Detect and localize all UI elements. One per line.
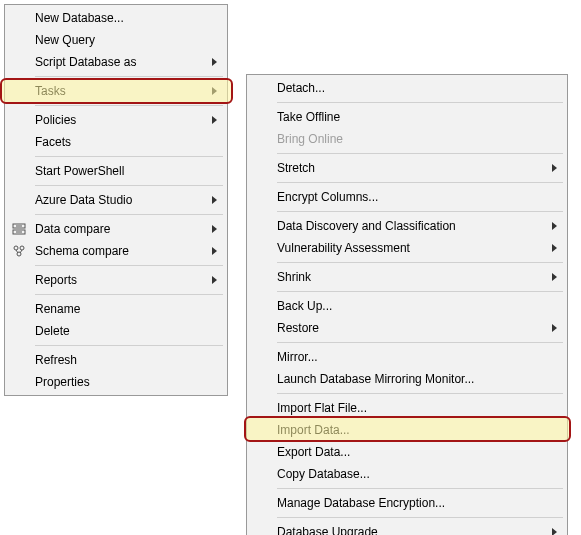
menu-label: Data compare [35,222,219,236]
menu-separator [277,262,563,263]
menu-label: Export Data... [277,445,559,459]
menu-item-delete[interactable]: Delete [7,320,225,342]
data-compare-icon [11,221,27,237]
menu-label: Refresh [35,353,219,367]
menu-separator [35,185,223,186]
submenu-arrow-icon [552,324,557,332]
menu-item-tasks[interactable]: Tasks [7,80,225,102]
menu-label: Rename [35,302,219,316]
schema-compare-icon [11,243,27,259]
menu-item-encrypt-columns[interactable]: Encrypt Columns... [249,186,565,208]
menu-separator [35,156,223,157]
menu-item-import-flat-file[interactable]: Import Flat File... [249,397,565,419]
menu-item-data-compare[interactable]: Data compare [7,218,225,240]
menu-item-schema-compare[interactable]: Schema compare [7,240,225,262]
menu-separator [277,182,563,183]
menu-label: Back Up... [277,299,559,313]
submenu-arrow-icon [552,273,557,281]
context-menu-tasks: Detach... Take Offline Bring Online Stre… [246,74,568,535]
menu-label: Bring Online [277,132,559,146]
menu-label: Delete [35,324,219,338]
submenu-arrow-icon [212,116,217,124]
submenu-arrow-icon [552,164,557,172]
menu-item-copy-database[interactable]: Copy Database... [249,463,565,485]
submenu-arrow-icon [212,247,217,255]
menu-item-shrink[interactable]: Shrink [249,266,565,288]
submenu-arrow-icon [212,196,217,204]
menu-separator [277,517,563,518]
menu-separator [277,393,563,394]
menu-item-detach[interactable]: Detach... [249,77,565,99]
menu-item-azure-data-studio[interactable]: Azure Data Studio [7,189,225,211]
menu-label: New Database... [35,11,219,25]
menu-label: Policies [35,113,219,127]
submenu-arrow-icon [552,244,557,252]
menu-separator [35,105,223,106]
menu-item-database-upgrade[interactable]: Database Upgrade [249,521,565,535]
menu-item-new-query[interactable]: New Query [7,29,225,51]
menu-separator [277,342,563,343]
menu-label: Properties [35,375,219,389]
menu-item-policies[interactable]: Policies [7,109,225,131]
menu-label: Schema compare [35,244,219,258]
menu-item-mirror[interactable]: Mirror... [249,346,565,368]
menu-label: Shrink [277,270,559,284]
menu-separator [277,291,563,292]
menu-item-bring-online: Bring Online [249,128,565,150]
menu-item-facets[interactable]: Facets [7,131,225,153]
menu-item-stretch[interactable]: Stretch [249,157,565,179]
menu-label: Data Discovery and Classification [277,219,559,233]
menu-item-restore[interactable]: Restore [249,317,565,339]
menu-label: Stretch [277,161,559,175]
menu-label: Reports [35,273,219,287]
menu-item-import-data[interactable]: Import Data... [249,419,565,441]
menu-item-start-powershell[interactable]: Start PowerShell [7,160,225,182]
menu-separator [35,214,223,215]
menu-item-export-data[interactable]: Export Data... [249,441,565,463]
menu-label: Copy Database... [277,467,559,481]
menu-item-new-database[interactable]: New Database... [7,7,225,29]
menu-item-back-up[interactable]: Back Up... [249,295,565,317]
submenu-arrow-icon [212,276,217,284]
menu-separator [35,76,223,77]
menu-separator [277,102,563,103]
submenu-arrow-icon [552,528,557,535]
svg-point-5 [20,246,24,250]
menu-item-manage-db-encryption[interactable]: Manage Database Encryption... [249,492,565,514]
context-menu-primary: New Database... New Query Script Databas… [4,4,228,396]
menu-item-take-offline[interactable]: Take Offline [249,106,565,128]
menu-label: Detach... [277,81,559,95]
menu-label: Facets [35,135,219,149]
menu-label: Database Upgrade [277,525,559,535]
menu-item-properties[interactable]: Properties [7,371,225,393]
submenu-arrow-icon [212,58,217,66]
menu-separator [277,153,563,154]
menu-label: Start PowerShell [35,164,219,178]
menu-label: Script Database as [35,55,219,69]
menu-label: Import Flat File... [277,401,559,415]
svg-point-4 [14,246,18,250]
menu-label: Tasks [35,84,219,98]
menu-separator [277,488,563,489]
menu-label: Encrypt Columns... [277,190,559,204]
menu-separator [277,211,563,212]
menu-label: Restore [277,321,559,335]
menu-item-launch-mirroring-monitor[interactable]: Launch Database Mirroring Monitor... [249,368,565,390]
menu-label: Vulnerability Assessment [277,241,559,255]
menu-item-refresh[interactable]: Refresh [7,349,225,371]
menu-separator [35,294,223,295]
submenu-arrow-icon [212,225,217,233]
menu-label: Mirror... [277,350,559,364]
menu-label: Take Offline [277,110,559,124]
menu-label: New Query [35,33,219,47]
menu-item-data-discovery[interactable]: Data Discovery and Classification [249,215,565,237]
menu-item-reports[interactable]: Reports [7,269,225,291]
menu-separator [35,345,223,346]
menu-item-rename[interactable]: Rename [7,298,225,320]
submenu-arrow-icon [212,87,217,95]
menu-label: Manage Database Encryption... [277,496,559,510]
menu-item-vulnerability-assessment[interactable]: Vulnerability Assessment [249,237,565,259]
menu-item-script-database-as[interactable]: Script Database as [7,51,225,73]
menu-separator [35,265,223,266]
menu-label: Azure Data Studio [35,193,219,207]
